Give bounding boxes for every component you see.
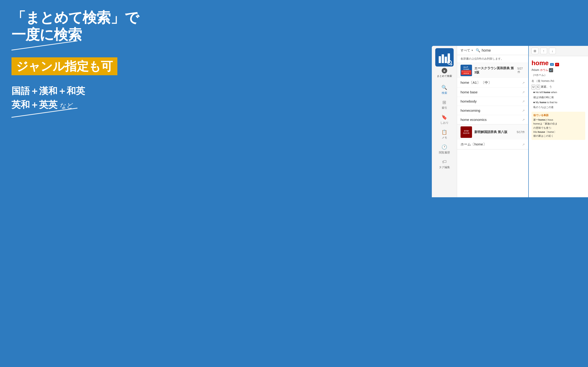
subtitle-line-1: 国語＋漢和＋和英: [11, 84, 140, 98]
subtitle-section: 国語＋漢和＋和英 英和＋英英 など: [11, 84, 140, 111]
genre-badge: ジャンル指定も可: [11, 57, 117, 75]
subtitle-line-2-main: 英和＋英英: [11, 100, 57, 110]
subtitle-line-2-small: など: [60, 102, 73, 109]
main-title: 「まとめて検索」で一度に検索: [11, 9, 140, 43]
left-promo-section: 「まとめて検索」で一度に検索 ジャンル指定も可 国語＋漢和＋和英 英和＋英英 な…: [0, 0, 152, 184]
subtitle-line-2: 英和＋英英 など: [11, 98, 140, 111]
